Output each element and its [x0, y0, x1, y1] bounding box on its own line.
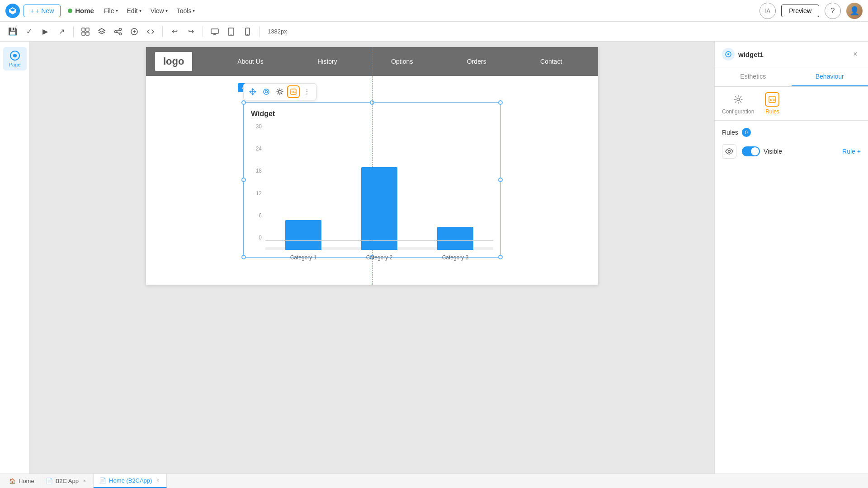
export-button[interactable]: ↗ — [54, 24, 69, 39]
nav-link-orders[interactable]: Orders — [458, 58, 495, 65]
bottom-tabs: 🏠 Home 📄 B2C App × 📄 Home (B2CApp) × — [0, 474, 868, 488]
handle-top-right[interactable] — [498, 100, 503, 105]
sub-tab-rules[interactable]: R∞ Rules — [765, 92, 779, 115]
tablet-button[interactable] — [224, 24, 238, 39]
logic-button[interactable] — [127, 24, 142, 39]
svg-text:R∞: R∞ — [292, 90, 296, 94]
svg-point-20 — [265, 91, 268, 93]
divider — [259, 26, 259, 37]
widget-resize-button[interactable] — [260, 85, 273, 98]
tools-menu[interactable]: Tools ▾ — [174, 7, 198, 14]
visible-toggle-container: Visible — [742, 146, 782, 156]
svg-point-18 — [13, 54, 17, 57]
handle-top-middle[interactable] — [370, 100, 374, 105]
tab-home-b2capp[interactable]: 📄 Home (B2CApp) × — [94, 474, 167, 488]
mobile-button[interactable] — [240, 24, 255, 39]
bar-label-1: Category 1 — [290, 254, 317, 261]
nav-links: About Us History Options Orders Contact — [210, 58, 589, 65]
sub-tab-configuration[interactable]: Configuration — [722, 92, 754, 115]
left-panel: Page — [0, 42, 30, 474]
widget-rules-button[interactable]: R∞ — [287, 85, 300, 98]
ia-button[interactable]: IA — [760, 3, 776, 19]
nav-link-options[interactable]: Options — [382, 58, 422, 65]
new-button[interactable]: + + New — [24, 5, 61, 17]
desktop-button[interactable] — [208, 24, 222, 39]
rules-label: Rules — [722, 129, 738, 136]
chevron-down-icon: ▾ — [116, 8, 118, 13]
edit-menu[interactable]: Edit ▾ — [124, 7, 144, 14]
file-menu[interactable]: File ▾ — [101, 7, 121, 14]
handle-bottom-right[interactable] — [498, 255, 503, 259]
avatar-image: 👤 — [846, 3, 863, 19]
widget-more-button[interactable]: ⋮ — [301, 85, 313, 98]
check-button[interactable]: ✓ — [22, 24, 36, 39]
home-tab-icon: 🏠 — [9, 478, 16, 484]
handle-middle-right[interactable] — [498, 178, 503, 182]
top-bar: + + New Home File ▾ Edit ▾ View ▾ Tools … — [0, 0, 868, 22]
tab-close-b2c[interactable]: × — [81, 478, 88, 484]
visible-toggle[interactable] — [742, 146, 760, 156]
nav-link-contact[interactable]: Contact — [531, 58, 571, 65]
handle-bottom-left[interactable] — [241, 255, 246, 259]
close-panel-button[interactable]: × — [850, 49, 861, 60]
handle-top-left[interactable] — [241, 100, 246, 105]
add-rule-button[interactable]: Rule + — [842, 148, 861, 155]
px-display: 1382px — [264, 28, 291, 35]
svg-line-8 — [117, 32, 119, 33]
rule-row-visible: Visible Rule + — [722, 144, 861, 159]
tab-close-home-b2c[interactable]: × — [155, 478, 161, 484]
chart-area: 0 6 12 18 24 30 — [251, 123, 493, 250]
code-button[interactable] — [143, 24, 158, 39]
status-dot — [68, 9, 72, 13]
svg-point-25 — [727, 53, 729, 55]
svg-point-14 — [231, 34, 231, 35]
nav-logo: logo — [155, 52, 192, 71]
avatar[interactable]: 👤 — [846, 3, 863, 19]
nav-link-about[interactable]: About Us — [228, 58, 273, 65]
widget-move-button[interactable] — [246, 85, 259, 98]
panel-tabs: Esthetics Behaviour — [715, 67, 868, 87]
widget-settings-button[interactable] — [274, 85, 286, 98]
handle-middle-left[interactable] — [241, 178, 246, 182]
divider — [73, 26, 74, 37]
run-button[interactable]: ▶ — [38, 24, 52, 39]
new-icon: + — [30, 7, 34, 14]
tab-home[interactable]: 🏠 Home — [4, 474, 40, 488]
view-menu[interactable]: View ▾ — [148, 7, 170, 14]
save-button[interactable]: 💾 — [5, 24, 20, 39]
svg-rect-3 — [86, 32, 89, 35]
redo-button[interactable]: ↪ — [184, 24, 198, 39]
canvas-area[interactable]: logo About Us History Options Orders Con… — [30, 42, 714, 474]
topbar-right: IA Preview ? 👤 — [760, 3, 863, 19]
undo-button[interactable]: ↩ — [167, 24, 182, 39]
configuration-icon — [731, 92, 745, 107]
svg-line-7 — [117, 30, 119, 31]
svg-rect-1 — [86, 28, 89, 31]
eye-icon-button[interactable] — [722, 144, 736, 159]
preview-button[interactable]: Preview — [781, 5, 819, 17]
nav-link-history[interactable]: History — [308, 58, 346, 65]
help-button[interactable]: ? — [825, 3, 841, 19]
component-button[interactable] — [78, 24, 93, 39]
x-axis-line — [265, 240, 493, 241]
svg-point-6 — [119, 33, 122, 35]
toolbar: 💾 ✓ ▶ ↗ ↩ ↪ 1382px — [0, 22, 868, 42]
svg-point-26 — [737, 98, 740, 101]
chevron-down-icon: ▾ — [165, 8, 168, 13]
tab-b2c-app[interactable]: 📄 B2C App × — [40, 474, 94, 488]
new-label: + New — [36, 7, 54, 14]
tab-esthetics[interactable]: Esthetics — [715, 67, 792, 86]
rules-sub-tab-label: Rules — [765, 108, 779, 115]
layers-button[interactable] — [94, 24, 109, 39]
sidebar-item-page[interactable]: Page — [3, 47, 27, 70]
tab-behaviour[interactable]: Behaviour — [792, 67, 868, 86]
svg-point-29 — [728, 150, 731, 153]
chevron-down-icon: ▾ — [139, 8, 142, 13]
divider — [162, 26, 163, 37]
app-logo[interactable] — [5, 4, 20, 18]
canvas-scroll[interactable]: logo About Us History Options Orders Con… — [30, 42, 714, 474]
behaviour-sub-tabs: Configuration R∞ Rules — [715, 87, 868, 121]
home-label: Home — [75, 7, 94, 14]
node-button[interactable] — [111, 24, 125, 39]
svg-point-21 — [278, 90, 281, 93]
